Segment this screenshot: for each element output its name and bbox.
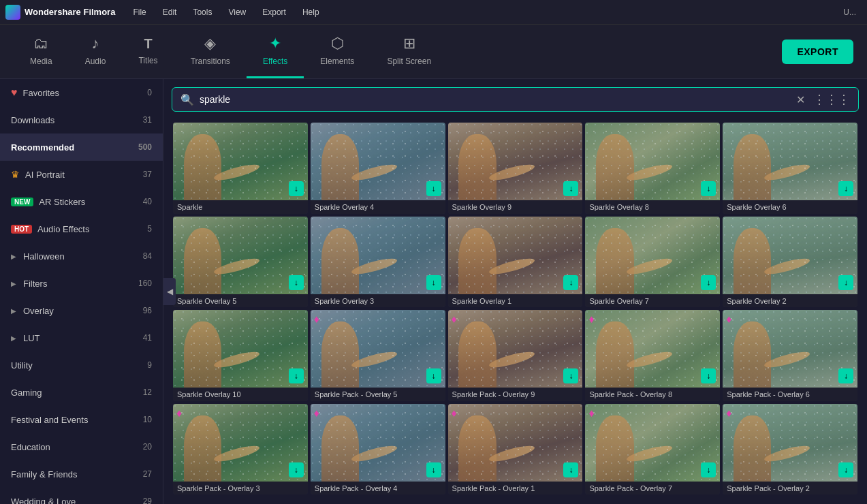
toolbar-audio[interactable]: ♪ Audio <box>69 25 123 78</box>
effects-grid: ↓Sparkle↓Sparkle Overlay 4↓Sparkle Overl… <box>163 120 867 504</box>
sidebar-item-downloads[interactable]: Downloads 31 <box>0 106 163 133</box>
effect-card[interactable]: ↓Sparkle Overlay 6 <box>723 123 857 214</box>
sidebar-item-favorites[interactable]: ♥ Favorites 0 <box>0 79 163 106</box>
download-button[interactable]: ↓ <box>563 275 578 290</box>
menu-tools[interactable]: Tools <box>186 5 219 20</box>
effect-card[interactable]: ♦↓Sparkle Pack - Overlay 5 <box>311 310 445 401</box>
search-clear-button[interactable]: ✕ <box>796 93 805 106</box>
effect-label: Sparkle <box>173 200 308 213</box>
sidebar-ar-stickers-label: AR Stickers <box>39 197 85 207</box>
download-button[interactable]: ↓ <box>838 181 853 196</box>
toolbar-transitions[interactable]: ◈ Transitions <box>174 25 247 78</box>
premium-badge: ♦ <box>726 313 731 326</box>
effect-label: Sparkle Pack - Overlay 1 <box>448 482 583 494</box>
sidebar-item-recommended[interactable]: Recommended 500 <box>0 133 163 161</box>
search-bar: 🔍 ✕ ⋮⋮⋮ <box>172 87 859 112</box>
download-button[interactable]: ↓ <box>289 181 304 196</box>
sidebar-ai-portrait-label: AI Portrait <box>25 170 65 180</box>
effect-card[interactable]: ↓Sparkle Overlay 10 <box>173 310 308 401</box>
sidebar-item-filters[interactable]: ▶ Filters 160 <box>0 270 163 297</box>
toolbar-titles[interactable]: T Titles <box>122 25 174 78</box>
sidebar-item-overlay[interactable]: ▶ Overlay 96 <box>0 297 163 324</box>
download-button[interactable]: ↓ <box>701 181 716 196</box>
effect-card[interactable]: ♦↓Sparkle Pack - Overlay 7 <box>585 404 720 495</box>
sidebar-item-utility[interactable]: Utility 9 <box>0 351 163 379</box>
download-button[interactable]: ↓ <box>838 368 853 383</box>
toolbar-elements-label: Elements <box>320 57 354 66</box>
download-button[interactable]: ↓ <box>838 275 853 290</box>
menu-export[interactable]: Export <box>255 5 293 20</box>
toolbar-split-screen[interactable]: ⊞ Split Screen <box>371 25 447 78</box>
sidebar-ai-portrait-count: 37 <box>143 170 152 179</box>
download-button[interactable]: ↓ <box>426 275 441 290</box>
effect-card[interactable]: ♦↓Sparkle Pack - Overlay 4 <box>311 404 445 495</box>
download-button[interactable]: ↓ <box>426 368 441 383</box>
toolbar-media[interactable]: 🗂 Media <box>14 25 69 78</box>
effect-label: Sparkle Overlay 2 <box>723 294 857 307</box>
grid-options-icon[interactable]: ⋮⋮⋮ <box>813 92 850 107</box>
sidebar-filters-label: Filters <box>23 279 47 289</box>
sidebar-item-family[interactable]: Family & Friends 27 <box>0 460 163 488</box>
effect-card[interactable]: ↓Sparkle Overlay 1 <box>448 217 583 308</box>
sidebar-collapse-toggle[interactable]: ◀ <box>163 278 176 305</box>
effect-card[interactable]: ♦↓Sparkle Pack - Overlay 9 <box>448 310 583 401</box>
sidebar-item-education[interactable]: Education 20 <box>0 433 163 460</box>
sidebar-item-festival[interactable]: Festival and Events 10 <box>0 406 163 433</box>
toolbar-effects-label: Effects <box>263 57 287 66</box>
crown-icon: ♛ <box>11 169 20 180</box>
export-button[interactable]: EXPORT <box>782 40 853 64</box>
download-button[interactable]: ↓ <box>838 462 853 477</box>
download-button[interactable]: ↓ <box>701 275 716 290</box>
sidebar-item-gaming[interactable]: Gaming 12 <box>0 379 163 406</box>
effect-card[interactable]: ↓Sparkle Overlay 2 <box>723 217 857 308</box>
download-button[interactable]: ↓ <box>563 181 578 196</box>
effect-card[interactable]: ↓Sparkle Overlay 3 <box>311 217 445 308</box>
download-button[interactable]: ↓ <box>426 181 441 196</box>
toolbar-elements[interactable]: ⬡ Elements <box>304 25 371 78</box>
menu-file[interactable]: File <box>126 5 153 20</box>
menu-view[interactable]: View <box>221 5 253 20</box>
premium-badge: ♦ <box>452 407 457 420</box>
menu-edit[interactable]: Edit <box>156 5 184 20</box>
sidebar-utility-count: 9 <box>147 360 152 370</box>
sidebar-item-ai-portrait[interactable]: ♛ AI Portrait 37 <box>0 161 163 188</box>
sidebar-item-wedding[interactable]: Wedding & Love 29 <box>0 488 163 504</box>
effect-card[interactable]: ♦↓Sparkle Pack - Overlay 3 <box>173 404 308 495</box>
sidebar-item-halloween[interactable]: ▶ Halloween 84 <box>0 242 163 270</box>
chevron-right-icon: ▶ <box>11 253 16 260</box>
download-button[interactable]: ↓ <box>563 368 578 383</box>
content-area: ◀ 🔍 ✕ ⋮⋮⋮ ↓Sparkle↓Sparkle Overlay 4↓Spa… <box>163 79 867 504</box>
sidebar-family-label: Family & Friends <box>11 469 78 479</box>
effect-card[interactable]: ♦↓Sparkle Pack - Overlay 1 <box>448 404 583 495</box>
download-button[interactable]: ↓ <box>289 275 304 290</box>
effect-card[interactable]: ↓Sparkle <box>173 123 308 214</box>
sidebar-item-audio-effects[interactable]: HOT Audio Effects 5 <box>0 215 163 242</box>
sidebar-audio-effects-count: 5 <box>147 224 152 234</box>
download-button[interactable]: ↓ <box>426 462 441 477</box>
sidebar-ar-stickers-count: 40 <box>143 197 152 206</box>
toolbar-effects[interactable]: ✦ Effects <box>247 25 304 78</box>
premium-badge: ♦ <box>314 407 319 420</box>
effect-card[interactable]: ↓Sparkle Overlay 8 <box>585 123 720 214</box>
chevron-right-icon-3: ▶ <box>11 307 16 315</box>
effect-card[interactable]: ↓Sparkle Overlay 5 <box>173 217 308 308</box>
effect-card[interactable]: ♦↓Sparkle Pack - Overlay 8 <box>585 310 720 401</box>
download-button[interactable]: ↓ <box>701 462 716 477</box>
download-button[interactable]: ↓ <box>289 462 304 477</box>
download-button[interactable]: ↓ <box>289 368 304 383</box>
effect-card[interactable]: ↓Sparkle Overlay 9 <box>448 123 583 214</box>
search-input[interactable] <box>200 94 791 105</box>
sidebar-education-count: 20 <box>143 442 152 452</box>
sidebar-item-ar-stickers[interactable]: NEW AR Stickers 40 <box>0 188 163 215</box>
effect-card[interactable]: ↓Sparkle Overlay 4 <box>311 123 445 214</box>
sidebar-filters-count: 160 <box>138 279 152 288</box>
toolbar-split-label: Split Screen <box>387 57 431 66</box>
effect-card[interactable]: ♦↓Sparkle Pack - Overlay 6 <box>723 310 857 401</box>
download-button[interactable]: ↓ <box>701 368 716 383</box>
sidebar-item-lut[interactable]: ▶ LUT 41 <box>0 324 163 351</box>
effect-card[interactable]: ♦↓Sparkle Pack - Overlay 2 <box>723 404 857 495</box>
app-name: Wondershare Filmora <box>25 7 115 17</box>
download-button[interactable]: ↓ <box>563 462 578 477</box>
menu-help[interactable]: Help <box>296 5 326 20</box>
effect-card[interactable]: ↓Sparkle Overlay 7 <box>585 217 720 308</box>
